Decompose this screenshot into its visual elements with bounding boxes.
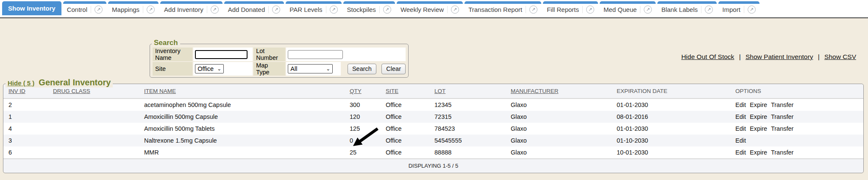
column-header-item-name[interactable]: ITEM NAME (139, 84, 345, 98)
transfer-link[interactable]: Transfer (771, 113, 793, 120)
cell-site: Office (381, 111, 429, 123)
cell-drug-class (48, 146, 139, 159)
tab-show-inventory[interactable]: Show Inventory (2, 1, 61, 15)
cell-manufacturer: Glaxo (506, 98, 612, 111)
chevron-down-icon: ⌄ (326, 66, 330, 72)
tab-stockpiles[interactable]: Stockpiles ↗ (343, 1, 395, 15)
tab-divider (447, 6, 448, 13)
map-type-select[interactable]: All ⌄ (288, 64, 333, 73)
cell-drug-class (48, 135, 139, 146)
site-select-value: Office (198, 65, 214, 72)
external-link-icon[interactable]: ↗ (211, 6, 219, 14)
link-separator: | (818, 53, 820, 60)
show-patient-inventory-link[interactable]: Show Patient Inventory (746, 53, 813, 60)
tab-label: Fill Reports (547, 6, 579, 13)
cell-item-name: acetaminophen 500mg Capsule (139, 98, 345, 111)
expire-link[interactable]: Expire (750, 149, 767, 156)
table-row: 1 Amoxicillin 500mg Capsule 120 Office 7… (3, 111, 863, 123)
external-link-icon[interactable]: ↗ (451, 6, 459, 14)
column-header-lot[interactable]: LOT (429, 84, 506, 98)
external-link-icon[interactable]: ↗ (330, 6, 338, 14)
tab-divider (526, 6, 526, 13)
cell-item-name: Naltrexone 1.5mg Capsule (139, 135, 345, 146)
expire-link[interactable]: Expire (750, 113, 767, 120)
tab-divider (207, 6, 207, 13)
inventory-name-input[interactable] (195, 50, 248, 59)
cell-expiration-date: 08-01-2016 (612, 111, 730, 123)
link-separator: | (739, 53, 741, 60)
show-csv-link[interactable]: Show CSV (824, 53, 856, 60)
external-link-icon[interactable]: ↗ (586, 6, 594, 14)
tab-mappings[interactable]: Mappings ↗ (108, 1, 159, 15)
search-button[interactable]: Search (348, 64, 376, 74)
external-link-icon[interactable]: ↗ (644, 6, 652, 14)
clear-button[interactable]: Clear (381, 64, 406, 74)
cell-expiration-date: 01-10-2030 (612, 135, 730, 146)
column-header-expiration-date: EXPIRATION DATE (612, 84, 730, 98)
tab-blank-labels[interactable]: Blank Labels ↗ (657, 1, 717, 15)
external-link-icon[interactable]: ↗ (147, 6, 155, 14)
edit-link[interactable]: Edit (735, 101, 746, 108)
cell-site: Office (381, 135, 429, 146)
inventory-table: INV ID DRUG CLASS ITEM NAME QTY SITE LOT… (3, 84, 863, 173)
column-header-manufacturer[interactable]: MANUFACTURER (506, 84, 612, 98)
cell-qty: 0 (345, 135, 381, 146)
table-footer-row: DISPLAYING 1-5 / 5 (3, 159, 863, 173)
cell-lot: 88888 (429, 146, 506, 159)
tab-label: Blank Labels (661, 6, 698, 13)
edit-link[interactable]: Edit (735, 149, 746, 156)
edit-link[interactable]: Edit (735, 125, 746, 132)
lot-number-input[interactable] (288, 50, 343, 59)
tab-weekly-review[interactable]: Weekly Review ↗ (397, 1, 463, 15)
cell-drug-class (48, 123, 139, 135)
site-label: Site (153, 62, 192, 76)
external-link-icon[interactable]: ↗ (529, 6, 537, 14)
tab-divider (640, 6, 640, 13)
transfer-link[interactable]: Transfer (771, 149, 793, 156)
external-link-icon[interactable]: ↗ (95, 6, 103, 14)
cell-item-name: MMR (139, 146, 345, 159)
expire-link[interactable]: Expire (750, 101, 767, 108)
tab-control[interactable]: Control ↗ (63, 1, 106, 15)
cell-inv-id: 2 (3, 98, 48, 111)
tab-bar: Show Inventory Control ↗ Mappings ↗ Add … (0, 0, 868, 18)
cell-item-name: Amoxicillin 500mg Capsule (139, 111, 345, 123)
site-select[interactable]: Office ⌄ (195, 64, 224, 73)
cell-lot: 784523 (429, 123, 506, 135)
tab-label: Show Inventory (8, 5, 56, 12)
cell-lot: 72315 (429, 111, 506, 123)
tab-label: Control (67, 6, 87, 13)
tab-add-donated[interactable]: Add Donated ↗ (224, 1, 284, 15)
edit-link[interactable]: Edit (735, 113, 746, 120)
tab-add-inventory[interactable]: Add Inventory ↗ (160, 1, 223, 15)
tab-divider (91, 6, 91, 13)
external-link-icon[interactable]: ↗ (272, 6, 280, 14)
transfer-link[interactable]: Transfer (771, 101, 793, 108)
cell-inv-id: 3 (3, 135, 48, 146)
lot-number-label: Lot Number (253, 48, 285, 61)
tab-par-levels[interactable]: PAR Levels ↗ (286, 1, 341, 15)
transfer-link[interactable]: Transfer (771, 125, 793, 132)
tab-fill-reports[interactable]: Fill Reports ↗ (543, 1, 598, 15)
cell-options: Edit (730, 135, 863, 146)
cell-site: Office (381, 146, 429, 159)
external-link-icon[interactable]: ↗ (705, 6, 713, 14)
external-link-icon[interactable]: ↗ (383, 6, 391, 14)
column-header-site[interactable]: SITE (381, 84, 429, 98)
tab-med-queue[interactable]: Med Queue ↗ (600, 1, 656, 15)
hide-inventory-link[interactable]: Hide ( 5 ) (8, 79, 34, 87)
hide-out-of-stock-link[interactable]: Hide Out Of Stock (681, 53, 734, 60)
expire-link[interactable]: Expire (750, 125, 767, 132)
tab-import[interactable]: Import ↗ (718, 1, 760, 15)
table-row: 2 acetaminophen 500mg Capsule 300 Office… (3, 98, 863, 111)
external-link-icon[interactable]: ↗ (748, 6, 756, 14)
cell-expiration-date: 10-01-2030 (612, 146, 730, 159)
tab-transaction-report[interactable]: Transaction Report ↗ (465, 1, 541, 15)
cell-qty: 25 (345, 146, 381, 159)
cell-manufacturer: Glaxo (506, 111, 612, 123)
cell-options: Edit Expire Transfer (730, 98, 863, 111)
table-row: 3 Naltrexone 1.5mg Capsule 0 Office 5454… (3, 135, 863, 146)
column-header-qty[interactable]: QTY (345, 84, 381, 98)
inventory-table-wrap: INV ID DRUG CLASS ITEM NAME QTY SITE LOT… (3, 84, 863, 173)
edit-link[interactable]: Edit (735, 137, 746, 144)
